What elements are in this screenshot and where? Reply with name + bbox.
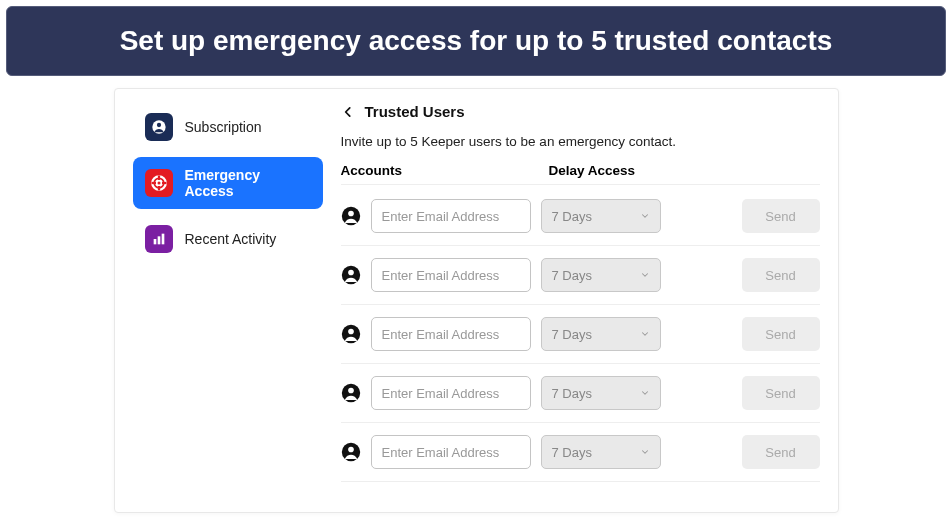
back-chevron-icon[interactable] xyxy=(341,105,355,119)
contact-row: 7 Days Send xyxy=(341,364,820,423)
settings-panel: Subscription Emergency Access Recent Act… xyxy=(114,88,839,513)
chevron-down-icon xyxy=(640,445,650,460)
sidebar-item-emergency-access[interactable]: Emergency Access xyxy=(133,157,323,209)
delay-select[interactable]: 7 Days xyxy=(541,199,661,233)
chevron-down-icon xyxy=(640,209,650,224)
svg-point-12 xyxy=(348,211,354,217)
delay-select[interactable]: 7 Days xyxy=(541,376,661,410)
sidebar: Subscription Emergency Access Recent Act… xyxy=(133,103,333,482)
delay-select[interactable]: 7 Days xyxy=(541,317,661,351)
svg-point-20 xyxy=(348,447,354,453)
person-icon xyxy=(341,442,361,462)
svg-rect-10 xyxy=(161,234,164,245)
delay-value: 7 Days xyxy=(552,327,592,342)
delay-value: 7 Days xyxy=(552,268,592,283)
send-button[interactable]: Send xyxy=(742,435,820,469)
svg-point-14 xyxy=(348,270,354,276)
email-input[interactable] xyxy=(371,258,531,292)
subscription-icon xyxy=(145,113,173,141)
sidebar-item-label: Emergency Access xyxy=(185,167,311,199)
svg-point-3 xyxy=(156,180,161,185)
person-icon xyxy=(341,383,361,403)
chevron-down-icon xyxy=(640,327,650,342)
page-subtitle: Invite up to 5 Keeper users to be an eme… xyxy=(341,134,820,149)
contact-row: 7 Days Send xyxy=(341,423,820,482)
svg-point-16 xyxy=(348,329,354,335)
contact-row: 7 Days Send xyxy=(341,305,820,364)
svg-point-1 xyxy=(156,123,160,127)
main-content: Trusted Users Invite up to 5 Keeper user… xyxy=(333,103,820,482)
person-icon xyxy=(341,265,361,285)
delay-value: 7 Days xyxy=(552,386,592,401)
email-input[interactable] xyxy=(371,435,531,469)
life-ring-icon xyxy=(145,169,173,197)
svg-point-18 xyxy=(348,388,354,394)
delay-select[interactable]: 7 Days xyxy=(541,435,661,469)
column-headers: Accounts Delay Access xyxy=(341,163,820,185)
send-button[interactable]: Send xyxy=(742,317,820,351)
send-button[interactable]: Send xyxy=(742,376,820,410)
send-button[interactable]: Send xyxy=(742,258,820,292)
email-input[interactable] xyxy=(371,376,531,410)
chevron-down-icon xyxy=(640,386,650,401)
chevron-down-icon xyxy=(640,268,650,283)
email-input[interactable] xyxy=(371,317,531,351)
contact-row: 7 Days Send xyxy=(341,187,820,246)
sidebar-item-label: Recent Activity xyxy=(185,231,277,247)
contact-row: 7 Days Send xyxy=(341,246,820,305)
col-delay-header: Delay Access xyxy=(549,163,636,178)
svg-rect-9 xyxy=(157,236,160,244)
person-icon xyxy=(341,324,361,344)
person-icon xyxy=(341,206,361,226)
page-title: Trusted Users xyxy=(365,103,465,120)
sidebar-item-recent-activity[interactable]: Recent Activity xyxy=(133,215,323,263)
delay-select[interactable]: 7 Days xyxy=(541,258,661,292)
banner-title: Set up emergency access for up to 5 trus… xyxy=(6,6,946,76)
bar-chart-icon xyxy=(145,225,173,253)
svg-rect-8 xyxy=(153,239,156,244)
delay-value: 7 Days xyxy=(552,445,592,460)
send-button[interactable]: Send xyxy=(742,199,820,233)
sidebar-item-label: Subscription xyxy=(185,119,262,135)
delay-value: 7 Days xyxy=(552,209,592,224)
email-input[interactable] xyxy=(371,199,531,233)
sidebar-item-subscription[interactable]: Subscription xyxy=(133,103,323,151)
col-accounts-header: Accounts xyxy=(341,163,549,178)
